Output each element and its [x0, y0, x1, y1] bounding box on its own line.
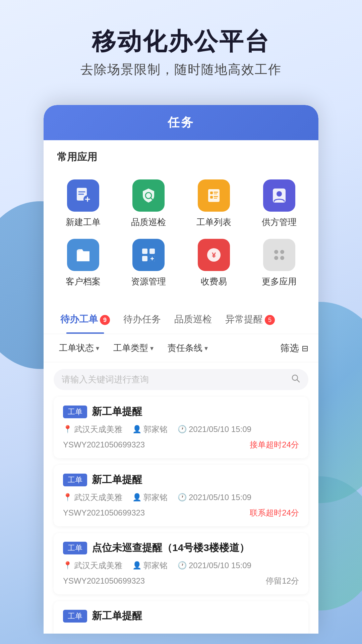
- card-header-3: 工单 点位未巡查提醒（14号楼3楼楼道）: [63, 541, 299, 555]
- clock-icon: 🕐: [178, 425, 187, 434]
- app-new-work-order[interactable]: 新建工单: [50, 174, 116, 233]
- location-icon: 📍: [63, 425, 72, 434]
- meta-datetime-3: 🕐 2021/05/10 15:09: [178, 561, 251, 570]
- app-icon-new-work-order: [67, 179, 99, 212]
- work-orders-list: 工单 新工单提醒 📍 武汉天成美雅 👤 郭家铭 🕐 2021/05/10 15:…: [44, 397, 318, 634]
- app-icon-supplier-mgmt: [263, 179, 295, 212]
- tab-alerts[interactable]: 异常提醒5: [219, 305, 282, 334]
- filter-order-status[interactable]: 工单状态 ▾: [54, 339, 105, 357]
- search-bar[interactable]: 请输入关键词进行查询: [54, 369, 308, 390]
- app-label-collect-easy: 收费易: [201, 276, 227, 287]
- card-meta-3: 📍 武汉天成美雅 👤 郭家铭 🕐 2021/05/10 15:09: [63, 560, 299, 571]
- app-icon-customer-file: [67, 239, 99, 271]
- app-more-apps[interactable]: 更多应用: [246, 233, 312, 293]
- card-footer-3: YSWY2021050699323 停留12分: [63, 576, 299, 586]
- work-tag-4: 工单: [63, 610, 87, 623]
- status-3: 停留12分: [266, 576, 299, 586]
- search-placeholder: 请输入关键词进行查询: [62, 374, 291, 385]
- svg-point-16: [277, 191, 282, 197]
- card-title-3: 点位未巡查提醒（14号楼3楼楼道）: [92, 541, 249, 555]
- card-title-1: 新工单提醒: [92, 405, 142, 419]
- tab-badge-alerts: 5: [265, 315, 275, 325]
- app-label-work-order-list: 工单列表: [196, 216, 231, 228]
- app-icon-resource-mgmt: [132, 239, 165, 271]
- app-label-resource-mgmt: 资源管理: [131, 276, 166, 287]
- work-tag-1: 工单: [63, 406, 87, 418]
- apps-grid: 新建工单 品质巡检: [44, 171, 318, 300]
- work-order-card-4[interactable]: 工单 新工单提醒: [54, 601, 308, 634]
- svg-rect-9: [210, 192, 213, 194]
- meta-person-2: 👤 郭家铭: [132, 492, 168, 503]
- order-id-3: YSWY2021050699323: [63, 576, 145, 586]
- order-id-1: YSWY2021050699323: [63, 440, 145, 449]
- app-icon-more-apps: [263, 239, 295, 271]
- app-label-more-apps: 更多应用: [262, 276, 297, 287]
- svg-line-31: [297, 380, 299, 382]
- meta-location-1: 📍 武汉天成美雅: [63, 424, 122, 435]
- filter-row: 工单状态 ▾ 工单类型 ▾ 责任条线 ▾ 筛选 ⊟: [44, 334, 318, 362]
- svg-point-29: [280, 256, 284, 260]
- status-2: 联系超时24分: [250, 507, 299, 518]
- app-collect-easy[interactable]: ¥ 收费易: [181, 233, 246, 293]
- main-title: 移动化办公平台: [13, 27, 349, 56]
- meta-datetime-1: 🕐 2021/05/10 15:09: [178, 425, 251, 434]
- svg-text:¥: ¥: [212, 251, 216, 259]
- status-1: 接单超时24分: [250, 439, 299, 450]
- person-icon-2: 👤: [132, 493, 141, 502]
- app-customer-file[interactable]: 客户档案: [50, 233, 116, 293]
- common-apps-title: 常用应用: [44, 140, 318, 171]
- clock-icon-2: 🕐: [178, 493, 187, 502]
- app-icon-quality-patrol: [132, 179, 165, 212]
- filter-responsibility[interactable]: 责任条线 ▾: [162, 339, 213, 357]
- tab-pending-orders[interactable]: 待办工单9: [54, 305, 117, 334]
- location-icon-2: 📍: [63, 493, 72, 502]
- app-resource-mgmt[interactable]: 资源管理: [116, 233, 181, 293]
- card-meta-2: 📍 武汉天成美雅 👤 郭家铭 🕐 2021/05/10 15:09: [63, 492, 299, 503]
- svg-rect-19: [142, 256, 147, 261]
- svg-point-26: [274, 250, 278, 254]
- meta-person-1: 👤 郭家铭: [132, 424, 168, 435]
- chevron-down-icon: ▾: [204, 344, 208, 352]
- work-tag-2: 工单: [63, 474, 87, 486]
- chevron-down-icon: ▾: [150, 344, 154, 352]
- work-order-card-1[interactable]: 工单 新工单提醒 📍 武汉天成美雅 👤 郭家铭 🕐 2021/05/10 15:…: [54, 397, 308, 458]
- clock-icon-3: 🕐: [178, 561, 187, 570]
- app-work-order-list[interactable]: 工单列表: [181, 174, 246, 233]
- meta-location-2: 📍 武汉天成美雅: [63, 492, 122, 503]
- top-bar-title: 任务: [44, 114, 318, 131]
- filter-order-type[interactable]: 工单类型 ▾: [108, 339, 159, 357]
- svg-rect-8: [208, 189, 220, 202]
- meta-person-3: 👤 郭家铭: [132, 560, 168, 571]
- person-icon: 👤: [132, 425, 141, 434]
- filter-icon-button[interactable]: 筛选 ⊟: [280, 342, 308, 355]
- card-header-1: 工单 新工单提醒: [63, 405, 299, 419]
- card-title-4: 新工单提醒: [92, 609, 142, 623]
- app-label-customer-file: 客户档案: [66, 276, 101, 287]
- svg-rect-17: [142, 249, 147, 254]
- svg-rect-12: [210, 196, 213, 199]
- app-icon-collect-easy: ¥: [198, 239, 230, 271]
- filter-funnel-icon: ⊟: [302, 344, 308, 353]
- work-order-card-3[interactable]: 工单 点位未巡查提醒（14号楼3楼楼道） 📍 武汉天成美雅 👤 郭家铭 🕐 20…: [54, 533, 308, 594]
- meta-location-3: 📍 武汉天成美雅: [63, 560, 122, 571]
- tab-badge-pending-orders: 9: [100, 315, 110, 325]
- app-supplier-mgmt[interactable]: 供方管理: [246, 174, 312, 233]
- phone-card: 任务 常用应用 新建工单: [44, 105, 318, 634]
- svg-rect-18: [149, 249, 155, 254]
- sub-title: 去除场景限制，随时随地高效工作: [13, 61, 349, 78]
- app-icon-work-order-list: [198, 179, 230, 212]
- svg-point-27: [280, 250, 284, 254]
- search-icon: [291, 374, 300, 385]
- tab-quality-patrol[interactable]: 品质巡检: [168, 305, 219, 334]
- app-label-supplier-mgmt: 供方管理: [262, 216, 297, 228]
- tab-pending-tasks[interactable]: 待办任务: [117, 305, 168, 334]
- work-tag-3: 工单: [63, 542, 87, 554]
- app-quality-patrol[interactable]: 品质巡检: [116, 174, 181, 233]
- work-order-card-2[interactable]: 工单 新工单提醒 📍 武汉天成美雅 👤 郭家铭 🕐 2021/05/10 15:…: [54, 465, 308, 526]
- location-icon-3: 📍: [63, 561, 72, 570]
- card-meta-1: 📍 武汉天成美雅 👤 郭家铭 🕐 2021/05/10 15:09: [63, 424, 299, 435]
- app-label-new-work-order: 新建工单: [66, 216, 101, 228]
- card-title-2: 新工单提醒: [92, 473, 142, 487]
- header-section: 移动化办公平台 去除场景限制，随时随地高效工作: [0, 0, 362, 92]
- top-bar: 任务: [44, 105, 318, 140]
